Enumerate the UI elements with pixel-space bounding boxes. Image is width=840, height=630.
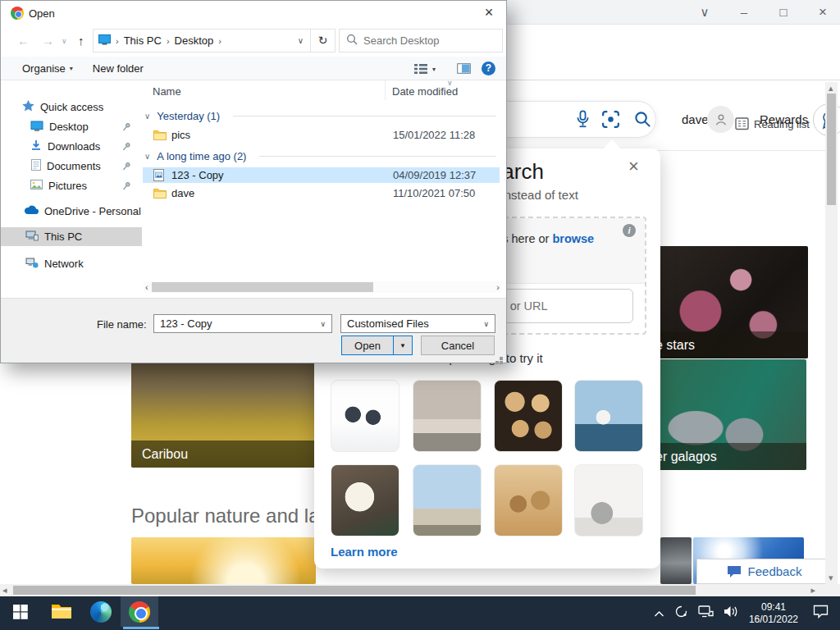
- dialog-search-input[interactable]: [363, 34, 486, 47]
- microphone-icon[interactable]: [574, 109, 591, 133]
- browse-link[interactable]: browse: [552, 232, 594, 245]
- group-chevron-icon[interactable]: ∨: [144, 152, 150, 161]
- file-row-123-copy[interactable]: 123 - Copy 04/09/2019 12:37: [143, 167, 500, 183]
- tray-app-icon[interactable]: [674, 605, 688, 622]
- visual-search-camera-icon[interactable]: [600, 109, 621, 133]
- combo-caret-icon[interactable]: ∨: [320, 320, 326, 328]
- dialog-titlebar[interactable]: Open ×: [1, 1, 506, 25]
- column-header-name[interactable]: Name: [153, 85, 181, 98]
- sort-chevron-icon: ∨: [447, 79, 453, 87]
- cancel-button[interactable]: Cancel: [421, 336, 495, 355]
- file-type-combo[interactable]: Customised Files ∨: [340, 314, 495, 333]
- view-caret-icon[interactable]: ▾: [432, 66, 436, 73]
- dialog-search-box[interactable]: [339, 29, 503, 52]
- search-icon[interactable]: [633, 110, 652, 132]
- window-close-button[interactable]: ×: [810, 0, 835, 25]
- details-view-icon[interactable]: [413, 63, 428, 77]
- group-header-yesterday[interactable]: ∨ Yesterday (1): [144, 110, 496, 122]
- scroll-up-icon[interactable]: ▴: [829, 82, 833, 94]
- open-button[interactable]: Open: [341, 336, 394, 355]
- column-header-date-modified[interactable]: Date modified: [392, 85, 458, 98]
- breadcrumb-this-pc[interactable]: This PC: [124, 34, 162, 47]
- breadcrumb-desktop[interactable]: Desktop: [175, 34, 214, 47]
- result-tile-brittle-stars[interactable]: Brittle stars: [659, 246, 808, 358]
- bing-profile-icon[interactable]: [707, 106, 734, 133]
- bing-user-name[interactable]: dave: [682, 112, 709, 126]
- horizontal-scrollbar-thumb[interactable]: [13, 586, 696, 595]
- volume-icon[interactable]: [724, 605, 739, 621]
- sample-image-chair[interactable]: [574, 464, 643, 536]
- list-horizontal-scrollbar[interactable]: ‹ ›: [144, 281, 501, 293]
- vertical-scrollbar[interactable]: ▴ ▾: [825, 82, 838, 584]
- new-folder-button[interactable]: New folder: [93, 62, 144, 75]
- action-center-icon[interactable]: [813, 605, 829, 622]
- address-dropdown-icon[interactable]: ∨: [298, 36, 304, 45]
- combo-caret-icon[interactable]: ∨: [483, 320, 489, 328]
- help-icon[interactable]: ?: [482, 62, 495, 75]
- organise-button[interactable]: Organise: [22, 62, 66, 75]
- open-split-dropdown[interactable]: ▼: [393, 336, 413, 355]
- sample-image-sunglasses[interactable]: [331, 380, 399, 452]
- edge-taskbar-button[interactable]: [82, 596, 120, 627]
- group-header-long-time-ago[interactable]: ∨ A long time ago (2): [144, 150, 496, 162]
- dialog-close-icon[interactable]: ×: [480, 4, 498, 21]
- sidebar-item-documents[interactable]: Documents: [1, 157, 142, 176]
- result-tile-greater-galagos[interactable]: Greater galagos: [659, 359, 806, 470]
- list-scroll-left-icon[interactable]: ‹: [145, 281, 148, 294]
- result-tile-snow-tree[interactable]: [660, 537, 692, 584]
- start-button[interactable]: [2, 596, 39, 627]
- preview-pane-icon[interactable]: [457, 63, 471, 76]
- sidebar-item-onedrive[interactable]: OneDrive - Personal: [1, 202, 142, 221]
- file-name-combo[interactable]: 123 - Copy ∨: [153, 314, 332, 333]
- sidebar-item-network[interactable]: Network: [1, 254, 142, 273]
- sample-image-coffee[interactable]: [494, 380, 563, 452]
- file-explorer-taskbar-button[interactable]: [43, 596, 80, 627]
- bing-rewards-label[interactable]: Rewards: [760, 112, 808, 126]
- tab-search-chevron-icon[interactable]: ∨: [692, 0, 717, 25]
- visual-search-close-icon[interactable]: ×: [628, 158, 639, 176]
- dialog-main-area: Quick access Desktop Downloads: [1, 80, 506, 298]
- learn-more-link[interactable]: Learn more: [331, 545, 398, 559]
- dialog-sidebar: Quick access Desktop Downloads: [1, 80, 142, 298]
- network-tray-icon[interactable]: [698, 605, 714, 621]
- window-minimize-button[interactable]: –: [732, 0, 756, 25]
- sidebar-item-downloads[interactable]: Downloads: [1, 137, 142, 156]
- taskbar-clock[interactable]: 09:41 16/01/2022: [749, 601, 798, 626]
- sidebar-item-pictures[interactable]: Pictures: [1, 176, 142, 195]
- horizontal-scrollbar[interactable]: ◂ ▸: [0, 584, 840, 596]
- list-scroll-right-icon[interactable]: ›: [496, 281, 500, 294]
- sidebar-label: Pictures: [48, 180, 87, 192]
- history-chevron-icon[interactable]: ∨: [62, 37, 67, 45]
- this-pc-icon: [25, 231, 39, 244]
- breadcrumb[interactable]: › This PC › Desktop › ∨: [93, 29, 311, 52]
- feedback-button[interactable]: Feedback: [696, 559, 832, 584]
- scroll-right-icon[interactable]: ▸: [810, 584, 815, 596]
- sample-image-rose[interactable]: [331, 464, 399, 536]
- forward-icon[interactable]: →: [42, 34, 54, 48]
- scroll-down-icon[interactable]: ▾: [829, 572, 833, 584]
- tray-chevron-icon[interactable]: [654, 606, 664, 621]
- sample-image-opera-house[interactable]: [574, 380, 643, 452]
- vertical-scrollbar-thumb[interactable]: [827, 94, 836, 205]
- refresh-button[interactable]: ↻: [311, 29, 336, 52]
- sidebar-item-this-pc[interactable]: This PC: [1, 227, 142, 246]
- group-chevron-icon[interactable]: ∨: [144, 112, 150, 121]
- sidebar-item-desktop[interactable]: Desktop: [1, 117, 142, 136]
- back-icon[interactable]: ←: [17, 34, 30, 48]
- sidebar-item-quick-access[interactable]: Quick access: [1, 98, 142, 116]
- sample-image-louvre[interactable]: [413, 464, 482, 536]
- list-scrollbar-thumb[interactable]: [152, 282, 373, 292]
- window-restore-button[interactable]: □: [771, 0, 796, 25]
- result-tile-sunrise[interactable]: [131, 537, 316, 584]
- resize-grip[interactable]: [500, 357, 503, 360]
- column-divider[interactable]: [385, 80, 386, 100]
- pin-icon: [122, 180, 131, 193]
- file-row-dave[interactable]: dave 11/10/2021 07:50: [143, 185, 500, 201]
- chrome-taskbar-button[interactable]: [121, 596, 158, 627]
- sample-image-dogs[interactable]: [494, 464, 563, 536]
- scroll-left-icon[interactable]: ◂: [2, 584, 7, 596]
- info-icon[interactable]: i: [623, 224, 636, 237]
- file-row-pics[interactable]: pics 15/01/2022 11:28: [143, 127, 500, 143]
- sample-image-interior[interactable]: [413, 380, 482, 452]
- up-icon[interactable]: ↑: [78, 34, 84, 48]
